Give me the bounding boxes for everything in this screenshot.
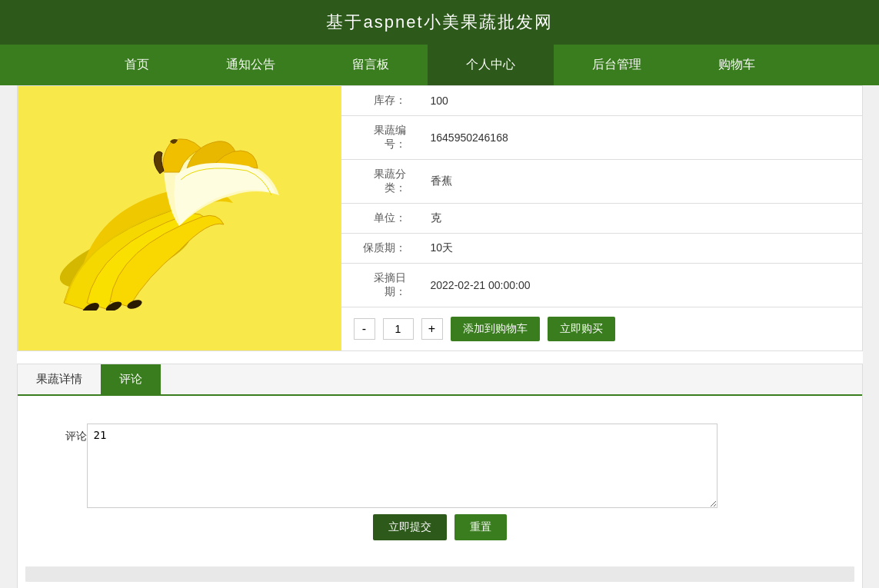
field-value: 2022-02-21 00:00:00 <box>418 264 862 307</box>
submit-comment-button[interactable]: 立即提交 <box>373 514 447 540</box>
field-label: 果蔬编号： <box>341 116 418 160</box>
quantity-plus-button[interactable]: + <box>421 318 443 340</box>
comment-label: 评论 <box>56 424 87 443</box>
field-value: 1645950246168 <box>418 116 862 160</box>
form-buttons: 立即提交 重置 <box>41 514 839 540</box>
field-label: 采摘日期： <box>341 264 418 307</box>
quantity-minus-button[interactable]: - <box>354 318 375 340</box>
table-row: 单位： 克 <box>341 204 862 234</box>
tabs-header: 果蔬详情 评论 <box>18 364 862 396</box>
nav-profile[interactable]: 个人中心 <box>428 45 554 85</box>
tab-comment[interactable]: 评论 <box>101 364 161 394</box>
comment-form: 评论 21 立即提交 重置 <box>18 396 862 556</box>
table-row: 库存： 100 <box>341 86 862 116</box>
nav-home[interactable]: 首页 <box>86 45 188 85</box>
nav-notice[interactable]: 通知公告 <box>188 45 314 85</box>
nav-admin[interactable]: 后台管理 <box>554 45 680 85</box>
field-label: 保质期： <box>341 234 418 264</box>
table-row: 果蔬编号： 1645950246168 <box>341 116 862 160</box>
comment-area-wrap: 评论 21 <box>41 411 839 508</box>
field-value: 克 <box>418 204 862 234</box>
nav-cart[interactable]: 购物车 <box>680 45 794 85</box>
product-section: 库存： 100 果蔬编号： 1645950246168 果蔬分类： 香蕉 单位：… <box>17 85 863 351</box>
field-label: 库存： <box>341 86 418 116</box>
reset-comment-button[interactable]: 重置 <box>454 514 507 540</box>
buy-now-button[interactable]: 立即购买 <box>548 317 615 341</box>
pagination-progress-bar <box>25 566 854 582</box>
quantity-input[interactable] <box>383 318 414 340</box>
product-image <box>18 86 341 350</box>
field-value: 100 <box>418 86 862 116</box>
product-details: 库存： 100 果蔬编号： 1645950246168 果蔬分类： 香蕉 单位：… <box>341 86 862 350</box>
field-label: 果蔬分类： <box>341 160 418 204</box>
tabs-section: 果蔬详情 评论 评论 21 立即提交 重置 上一页 下一页 <box>17 364 863 588</box>
field-value: 10天 <box>418 234 862 264</box>
table-row: 果蔬分类： 香蕉 <box>341 160 862 204</box>
add-to-cart-button[interactable]: 添加到购物车 <box>451 317 540 341</box>
field-value: 香蕉 <box>418 160 862 204</box>
product-table: 库存： 100 果蔬编号： 1645950246168 果蔬分类： 香蕉 单位：… <box>341 86 862 307</box>
table-row: 采摘日期： 2022-02-21 00:00:00 <box>341 264 862 307</box>
tab-product-detail[interactable]: 果蔬详情 <box>18 364 101 394</box>
table-row: 保质期： 10天 <box>341 234 862 264</box>
main-nav: 首页 通知公告 留言板 个人中心 后台管理 购物车 <box>0 45 879 85</box>
comment-textarea[interactable]: 21 <box>87 424 718 508</box>
quantity-row: - + 添加到购物车 立即购买 <box>341 307 862 350</box>
field-label: 单位： <box>341 204 418 234</box>
site-title: 基于aspnet小美果蔬批发网 <box>0 0 879 45</box>
nav-message[interactable]: 留言板 <box>314 45 428 85</box>
pagination-buttons: 上一页 下一页 <box>18 582 862 588</box>
